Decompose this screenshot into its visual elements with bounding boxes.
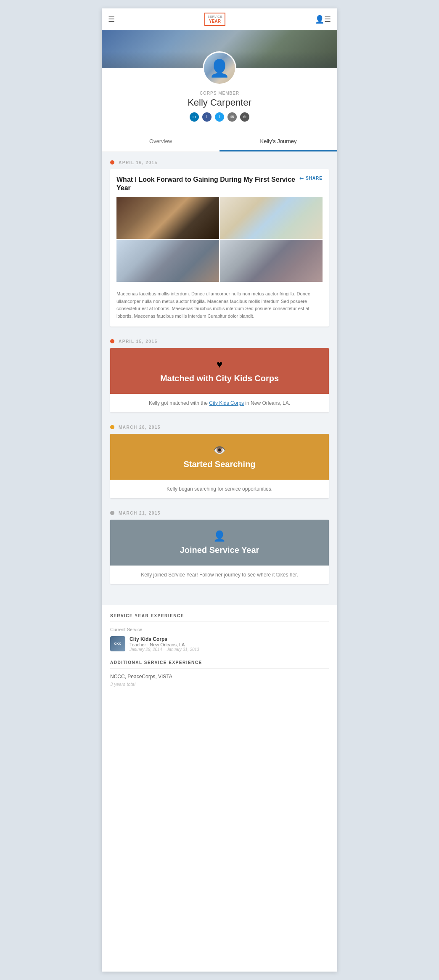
searching-banner: 👁️ Started Searching <box>110 434 329 480</box>
email-icon[interactable]: ✉ <box>227 112 237 122</box>
corps-label: CORPS MEMBER <box>110 91 329 96</box>
searching-date: MARCH 28, 2015 <box>119 425 161 430</box>
matched-description: Kelly got matched with the City Kids Cor… <box>110 394 329 412</box>
additional-service-label: ADDITIONAL SERVICE EXPERIENCE <box>110 660 329 669</box>
current-service-label: Current Service <box>110 627 329 632</box>
city-kids-corps-link[interactable]: City Kids Corps <box>209 400 244 406</box>
tab-overview[interactable]: Overview <box>102 132 220 151</box>
social-icons: in f t ✉ ⊕ <box>110 112 329 122</box>
matched-date: APRIL 15, 2015 <box>119 339 158 344</box>
blog-image-people2 <box>220 240 323 282</box>
member-name: Kelly Carpenter <box>110 97 329 108</box>
timeline-date-blog: APRIL 16, 2015 <box>110 160 329 165</box>
matched-title: Matched with City Kids Corps <box>119 374 320 383</box>
glasses-icon: 👁️ <box>119 444 320 456</box>
logo: SERVICE YEAR <box>204 13 226 26</box>
additional-service-section: ADDITIONAL SERVICE EXPERIENCE NCCC, Peac… <box>110 660 329 687</box>
searching-description: Kelly began searching for service opport… <box>110 480 329 498</box>
user-menu-icon[interactable]: 👤☰ <box>315 15 331 24</box>
logo-service: SERVICE <box>208 15 222 19</box>
date-dot-matched <box>110 339 114 343</box>
share-button[interactable]: ⇜ SHARE <box>299 175 323 181</box>
additional-years: 3 years total <box>110 682 329 687</box>
joined-description: Kelly joined Service Year! Follow her jo… <box>110 566 329 584</box>
website-icon[interactable]: ⊕ <box>240 112 249 122</box>
journey-content: APRIL 16, 2015 What I Look Forward to Ga… <box>102 152 337 605</box>
heart-icon: ♥ <box>119 359 320 370</box>
service-item: CKC City Kids Corps Teacher · New Orlean… <box>110 636 329 652</box>
blog-images <box>116 197 323 282</box>
facebook-icon[interactable]: f <box>202 112 212 122</box>
tabs: Overview Kelly's Journey <box>102 132 337 152</box>
blog-image-hands <box>116 197 219 239</box>
linkedin-icon[interactable]: in <box>190 112 199 122</box>
share-label: SHARE <box>306 176 323 181</box>
timeline-date-joined: MARCH 21, 2015 <box>110 511 329 515</box>
blog-image-map <box>220 197 323 239</box>
service-org-dates: January 29, 2014 – January 31, 2013 <box>130 647 329 652</box>
timeline-item-blog: APRIL 16, 2015 What I Look Forward to Ga… <box>110 160 329 327</box>
service-org-name: City Kids Corps <box>130 636 329 642</box>
service-details: City Kids Corps Teacher · New Orleans, L… <box>130 636 329 652</box>
tab-journey[interactable]: Kelly's Journey <box>220 132 337 151</box>
additional-orgs: NCCC, PeaceCorps, VISTA <box>110 674 329 680</box>
blog-card: What I Look Forward to Gaining During My… <box>110 169 329 327</box>
share-icon: ⇜ <box>299 175 304 181</box>
date-dot-blog <box>110 160 114 165</box>
blog-date: APRIL 16, 2015 <box>119 160 158 165</box>
logo-box: SERVICE YEAR <box>204 13 226 26</box>
event-card-matched: ♥ Matched with City Kids Corps Kelly got… <box>110 348 329 412</box>
event-card-searching: 👁️ Started Searching Kelly began searchi… <box>110 434 329 498</box>
service-org-role: Teacher · New Orleans, LA <box>130 642 329 647</box>
date-dot-searching <box>110 425 114 429</box>
matched-banner: ♥ Matched with City Kids Corps <box>110 348 329 394</box>
blog-text: Maecenas faucibus mollis interdum. Donec… <box>110 286 329 326</box>
blog-image-people1 <box>116 240 219 282</box>
joined-date: MARCH 21, 2015 <box>119 511 161 515</box>
timeline-date-searching: MARCH 28, 2015 <box>110 425 329 430</box>
date-dot-joined <box>110 511 114 515</box>
timeline-item-matched: APRIL 15, 2015 ♥ Matched with City Kids … <box>110 339 329 412</box>
timeline-item-joined: MARCH 21, 2015 👤 Joined Service Year Kel… <box>110 511 329 584</box>
menu-icon[interactable]: ☰ <box>108 15 115 24</box>
joined-banner: 👤 Joined Service Year <box>110 520 329 566</box>
logo-year: YEAR <box>209 19 221 24</box>
timeline-item-searching: MARCH 28, 2015 👁️ Started Searching Kell… <box>110 425 329 498</box>
service-org-logo: CKC <box>110 636 125 651</box>
top-nav: ☰ SERVICE YEAR 👤☰ <box>102 8 337 30</box>
page-wrapper: ☰ SERVICE YEAR 👤☰ CORPS MEMBER Kelly Car… <box>102 8 337 972</box>
twitter-icon[interactable]: t <box>215 112 224 122</box>
blog-title: What I Look Forward to Gaining During My… <box>116 175 295 193</box>
person-icon: 👤 <box>119 530 320 542</box>
joined-title: Joined Service Year <box>119 545 320 555</box>
blog-header: What I Look Forward to Gaining During My… <box>110 169 329 197</box>
bottom-section: SERVICE YEAR EXPERIENCE Current Service … <box>102 605 337 695</box>
event-card-joined: 👤 Joined Service Year Kelly joined Servi… <box>110 520 329 584</box>
avatar <box>203 51 236 85</box>
service-experience-label: SERVICE YEAR EXPERIENCE <box>110 613 329 622</box>
timeline-date-matched: APRIL 15, 2015 <box>110 339 329 344</box>
searching-title: Started Searching <box>119 459 320 469</box>
